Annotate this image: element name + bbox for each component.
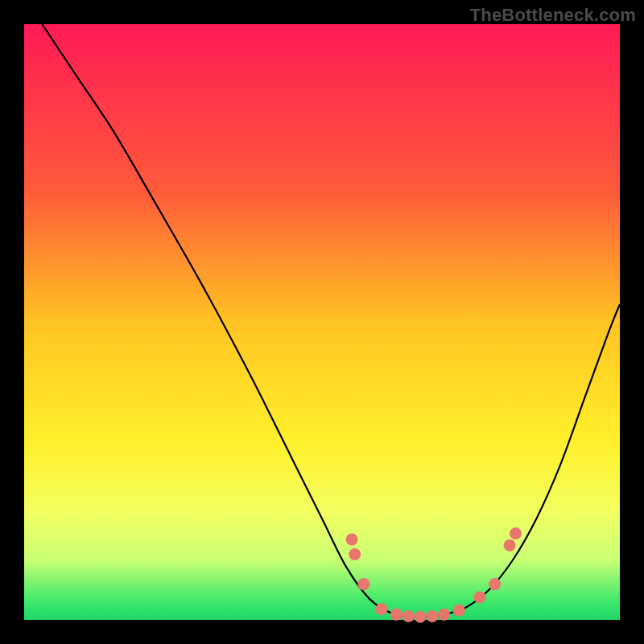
chart-frame: TheBottleneck.com — [0, 0, 644, 644]
data-marker — [415, 611, 427, 623]
plot-area — [24, 24, 620, 623]
data-marker — [346, 534, 358, 546]
data-marker — [510, 527, 522, 539]
data-marker — [438, 609, 450, 621]
data-marker — [426, 610, 438, 622]
watermark-text: TheBottleneck.com — [470, 5, 636, 26]
data-marker — [504, 539, 516, 551]
bottleneck-plot — [0, 0, 644, 644]
data-marker — [474, 591, 486, 603]
data-marker — [357, 578, 369, 590]
data-marker — [453, 605, 465, 617]
data-marker — [390, 609, 402, 621]
data-marker — [402, 610, 415, 622]
data-marker — [376, 603, 388, 615]
data-marker — [489, 578, 501, 590]
data-marker — [349, 548, 361, 560]
